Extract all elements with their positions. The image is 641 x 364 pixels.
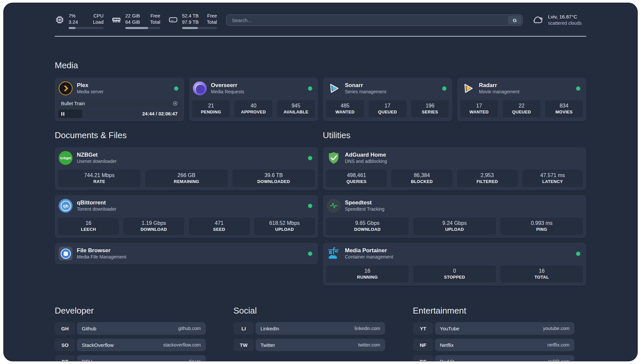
bookmark-github[interactable]: GH Github github.com: [55, 322, 206, 335]
storage-widget: 52.4 TB 97.9 TB Free Total: [168, 13, 217, 29]
app-card-overseerr[interactable]: Overseerr Media Requests 21 PENDING 40 A…: [189, 77, 319, 121]
playback-time: 24:44 / 02:06:47: [142, 111, 181, 116]
now-playing-title: Bullet Train: [61, 101, 85, 106]
app-desc: Media Requests: [211, 89, 244, 95]
stat-tile: 22 QUEUED: [503, 100, 540, 117]
status-online-dot: [576, 86, 580, 91]
app-card-filebrowser[interactable]: File Browser Media File Management: [55, 243, 318, 264]
status-online-dot: [442, 86, 446, 91]
app-card-plex[interactable]: Plex Media server Bullet Train 24:44 / 0…: [55, 77, 184, 121]
bookmark-twitter[interactable]: TW Twitter twitter.com: [233, 339, 385, 351]
documents-column: Documents & Files nzbget NZBGet Usenet d…: [55, 130, 318, 286]
disk-free-value: 52.4 TB: [182, 13, 199, 19]
search-provider-button[interactable]: G: [508, 16, 521, 24]
app-card-qbittorrent[interactable]: qb qBittorrent Torrent downloader 16 LEE…: [55, 195, 318, 238]
stat-tile: 16 RUNNING: [326, 265, 409, 283]
status-online-dot: [308, 156, 312, 160]
section-title-documents: Documents & Files: [55, 130, 318, 140]
stat-tile: 16 LEECH: [58, 218, 119, 235]
app-name: AdGuard Home: [345, 151, 387, 158]
radarr-icon: [461, 81, 475, 95]
disk-free-label: Free: [207, 13, 217, 19]
stat-tile: 21 PENDING: [192, 100, 230, 117]
bookmark-abbr: TW: [233, 339, 254, 351]
app-card-radarr[interactable]: Radarr Movie management 17 WANTED 22 QUE…: [457, 77, 587, 121]
session-settings-icon[interactable]: [172, 101, 178, 106]
ram-progress-bar: [125, 27, 160, 29]
app-card-nzbget[interactable]: nzbget NZBGet Usenet downloader 744.21 M…: [55, 147, 318, 190]
playback-progress-bar: 24:44 / 02:06:47: [58, 109, 181, 118]
bookmark-abbr: RE: [413, 355, 433, 361]
weather-condition: scattered clouds: [548, 20, 582, 26]
bookmark-netflix[interactable]: NF Netflix netflix.com: [413, 339, 574, 351]
stat-tile: 86,384 BLOCKED: [391, 170, 452, 187]
portainer-icon: [327, 247, 341, 260]
stat-tile: 2,953 FILTERED: [457, 170, 518, 187]
search-bar[interactable]: G: [226, 15, 523, 26]
disk-total-label: Total: [207, 19, 217, 25]
weather-widget: Lviv, 16.87°C scattered clouds: [532, 14, 586, 26]
bookmark-abbr: DT: [55, 355, 75, 361]
stat-tile: 9.24 Gbps UPLOAD: [413, 218, 496, 235]
app-card-portainer[interactable]: Media Portainer Container management 16 …: [323, 243, 586, 286]
app-desc: Media File Management: [77, 254, 126, 260]
stat-tile: 266 GB REMAINING: [145, 170, 228, 187]
stat-tile: 47.571 ms LATENCY: [522, 170, 583, 187]
disk-total-value: 97.9 TB: [182, 19, 199, 25]
filebrowser-icon: [59, 247, 73, 260]
stat-tile: 40 APPROVED: [234, 100, 272, 117]
memory-widget: 22 GiB 64 GiB Free Total: [111, 13, 160, 29]
stat-tile: 17 WANTED: [460, 100, 498, 117]
ram-free-label: Free: [150, 13, 160, 19]
cpu-percent: 7%: [69, 13, 78, 19]
media-grid: Plex Media server Bullet Train 24:44 / 0…: [55, 77, 586, 121]
stat-tile: 471 SEED: [189, 218, 250, 235]
bookmark-reddit[interactable]: RE Reddit reddit.com: [413, 355, 574, 361]
app-desc: Usenet downloader: [77, 158, 117, 165]
bookmark-abbr: NF: [413, 339, 433, 351]
dashboard: 7% 3.24 CPU Load: [3, 3, 638, 361]
bookmark-dev[interactable]: DT DEV dev.to: [55, 355, 206, 361]
stat-tile: 9.65 Gbps DOWNLOAD: [326, 218, 409, 235]
status-online-dot: [308, 204, 312, 208]
stat-tile: 485 WANTED: [326, 100, 364, 117]
cpu-progress-bar: [69, 27, 104, 29]
bookmark-abbr: GH: [55, 322, 75, 335]
sonarr-icon: [327, 81, 341, 95]
app-desc: Speedtest Tracking: [345, 206, 384, 212]
ram-total-value: 64 GiB: [125, 19, 140, 25]
bookmarks-entertainment: Entertainment YT YouTube youtube.com NF …: [413, 306, 574, 361]
pause-icon[interactable]: [61, 112, 64, 116]
stat-tile: 39.6 TB DOWNLOADED: [232, 170, 315, 187]
qbittorrent-icon: qb: [59, 199, 73, 213]
app-desc: Media server: [77, 89, 104, 95]
section-title-utilities: Utilities: [323, 130, 586, 140]
stat-tile: 618.52 Mbps UPLOAD: [254, 218, 315, 235]
app-card-speedtest[interactable]: Speedtest Speedtest Tracking 9.65 Gbps D…: [323, 195, 586, 238]
app-name: Overseerr: [211, 82, 244, 89]
ram-icon: [111, 15, 121, 25]
app-card-adguard[interactable]: AdGuard Home DNS and adblocking 498,461 …: [323, 147, 586, 190]
header-divider: [55, 36, 586, 37]
section-title-entertainment: Entertainment: [413, 306, 574, 316]
bookmarks-developer: Developer GH Github github.com SO StackO…: [55, 306, 206, 361]
top-bar: 7% 3.24 CPU Load: [55, 13, 586, 29]
search-input[interactable]: [227, 15, 507, 25]
bookmark-stackoverflow[interactable]: SO StackOverflow stackoverflow.com: [55, 339, 206, 351]
app-name: Plex: [77, 82, 104, 89]
stat-tile: 0 STOPPED: [413, 265, 496, 283]
bookmark-abbr: YT: [413, 322, 433, 335]
adguard-icon: [327, 151, 341, 165]
section-title-media: Media: [55, 60, 586, 71]
stat-tile: 17 QUEUED: [369, 100, 407, 117]
app-name: NZBGet: [77, 151, 117, 158]
cpu-load-value: 3.24: [69, 19, 78, 25]
stat-tile: 744.21 Mbps RATE: [58, 170, 140, 187]
app-desc: Movie management: [479, 89, 520, 95]
bookmark-linkedin[interactable]: LI LinkedIn linkedin.com: [233, 322, 385, 335]
status-online-dot: [174, 86, 178, 91]
stat-tile: 834 MOVIES: [545, 100, 583, 117]
bookmark-youtube[interactable]: YT YouTube youtube.com: [413, 322, 574, 335]
app-card-sonarr[interactable]: Sonarr Series management 485 WANTED 17 Q…: [323, 77, 452, 121]
cpu-load-label: Load: [93, 19, 104, 25]
